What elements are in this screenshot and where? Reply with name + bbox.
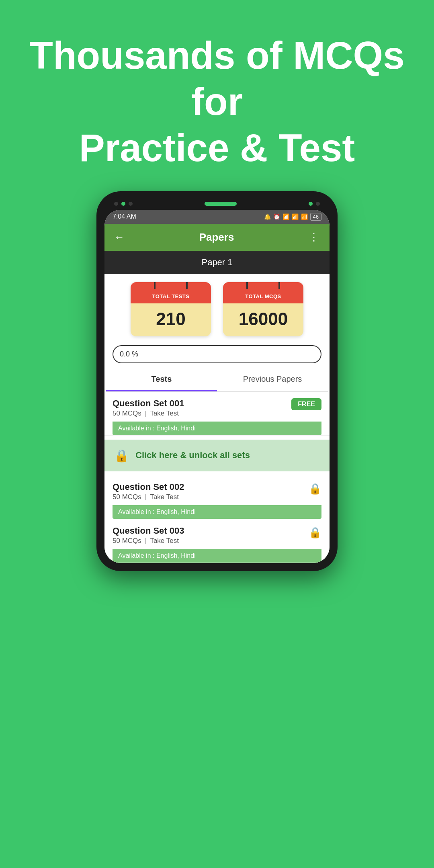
progress-value: 0.0 % [120,350,138,358]
pin-left-2 [246,282,248,289]
paper-title-bar: Paper 1 [104,251,330,274]
dot-5 [316,202,320,206]
status-bar: 7:04 AM 🔔 ⏰ 📶 📶 📶 46 [104,210,330,224]
question-sets-list: Question Set 001 50 MCQs | Take Test FRE… [104,392,330,563]
total-mcqs-value: 16000 [223,303,303,336]
pin-right-2 [278,282,280,289]
phone-notch [104,199,330,208]
dot-1 [114,202,118,206]
back-button[interactable]: ← [114,231,125,244]
set-002-info: Question Set 002 50 MCQs | Take Test [113,482,184,501]
set-002-lock-icon: 🔒 [309,483,321,495]
phone-frame: 7:04 AM 🔔 ⏰ 📶 📶 📶 46 ← Papers ⋮ Paper 1 [96,191,338,571]
set-002-row: Question Set 002 50 MCQs | Take Test 🔒 [113,482,321,501]
dot-4 [309,202,313,206]
battery-badge: 46 [310,213,321,221]
set-002-sub: 50 MCQs | Take Test [113,493,184,501]
question-set-003: Question Set 003 50 MCQs | Take Test 🔒 A… [104,519,330,563]
set-001-available: Available in : English, Hindi [113,422,321,435]
dot-3 [129,202,133,206]
tab-previous-papers[interactable]: Previous Papers [217,368,328,391]
notch-left-dots [114,202,133,206]
set-003-available: Available in : English, Hindi [113,549,321,563]
alarm-icon: ⏰ [273,213,280,220]
wifi-icon: 📶 [301,213,308,220]
question-set-001: Question Set 001 50 MCQs | Take Test FRE… [104,392,330,436]
set-001-title: Question Set 001 [113,398,184,409]
set-003-lock-icon: 🔒 [309,526,321,539]
unlock-lock-icon: 🔒 [114,448,129,463]
signal2-icon: 📶 [292,213,299,220]
hero-title: Thousands of MCQs for Practice & Test [24,32,410,171]
set-001-sub: 50 MCQs | Take Test [113,409,184,418]
card-pins-2 [223,282,303,289]
status-time: 7:04 AM [113,213,136,220]
dot-2 [121,202,125,206]
pin-right [186,282,188,289]
tab-tests[interactable]: Tests [106,368,217,391]
set-001-info: Question Set 001 50 MCQs | Take Test [113,398,184,418]
paper-title: Paper 1 [201,257,232,267]
hero-section: Thousands of MCQs for Practice & Test [0,0,434,187]
pin-left [154,282,156,289]
total-tests-card: TOTAL TESTS 210 [131,282,211,336]
signal-icon: 📶 [283,213,289,220]
set-002-available: Available in : English, Hindi [113,505,321,519]
free-badge[interactable]: FREE [291,398,321,410]
phone-mockup: 7:04 AM 🔔 ⏰ 📶 📶 📶 46 ← Papers ⋮ Paper 1 [0,191,434,571]
set-003-row: Question Set 003 50 MCQs | Take Test 🔒 [113,526,321,545]
more-menu-button[interactable]: ⋮ [309,231,320,244]
app-header-title: Papers [199,231,234,244]
phone-screen: 7:04 AM 🔔 ⏰ 📶 📶 📶 46 ← Papers ⋮ Paper 1 [104,210,330,563]
set-003-sub: 50 MCQs | Take Test [113,537,184,545]
progress-bar: 0.0 % [113,345,321,363]
app-header: ← Papers ⋮ [104,224,330,251]
stats-section: TOTAL TESTS 210 TOTAL MCQS 16000 [104,274,330,340]
set-001-row: Question Set 001 50 MCQs | Take Test FRE… [113,398,321,418]
total-tests-label: TOTAL TESTS [131,289,211,303]
status-icons: 🔔 ⏰ 📶 📶 📶 46 [264,213,321,221]
card-pins [131,282,211,289]
set-003-title: Question Set 003 [113,526,184,536]
notch-pill [205,202,237,206]
total-mcqs-label: TOTAL MCQS [223,289,303,303]
unlock-text: Click here & unlock all sets [135,450,250,461]
total-mcqs-card: TOTAL MCQS 16000 [223,282,303,336]
total-tests-value: 210 [131,303,211,336]
tabs-row: Tests Previous Papers [106,368,328,392]
set-003-info: Question Set 003 50 MCQs | Take Test [113,526,184,545]
question-set-002: Question Set 002 50 MCQs | Take Test 🔒 A… [104,475,330,519]
set-002-title: Question Set 002 [113,482,184,492]
unlock-banner[interactable]: 🔒 Click here & unlock all sets [104,440,330,471]
notch-right-dots [309,202,320,206]
bell-icon: 🔔 [264,213,271,220]
